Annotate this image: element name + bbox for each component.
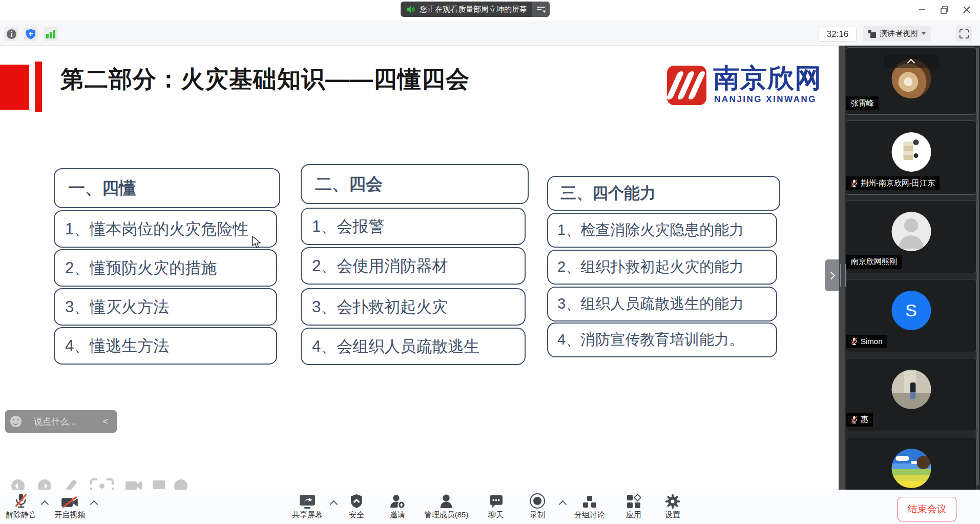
- col3-item: 2、组织扑救初起火灾的能力: [547, 250, 777, 285]
- share-screen-label: 共享屏幕: [292, 510, 323, 520]
- share-screen-icon: [299, 495, 316, 509]
- breakout-rooms-button[interactable]: 分组讨论: [570, 493, 609, 520]
- company-logo-cn: 南京欣网: [713, 61, 822, 96]
- meeting-timer: 32:16: [819, 27, 857, 42]
- col2-item-label: 4、会组织人员疏散逃生: [312, 336, 479, 357]
- video-icon: [126, 481, 137, 490]
- title-red-block: [0, 65, 29, 110]
- shared-screen-slide: 第二部分：火灾基础知识——四懂四会 南京欣网 NANJING XINWANG 一…: [0, 45, 839, 490]
- avatar: [891, 449, 931, 488]
- apps-button[interactable]: 应用: [618, 493, 649, 520]
- participant-tile[interactable]: 荆州-南京欣网-田江东: [846, 120, 976, 195]
- mouse-cursor: [252, 236, 261, 249]
- video-options-chevron[interactable]: [90, 500, 98, 509]
- invite-label: 邀请: [390, 510, 405, 520]
- col3-item-label: 2、组织扑救初起火灾的能力: [557, 257, 744, 277]
- settings-label: 设置: [665, 510, 680, 520]
- restore-button[interactable]: [936, 2, 952, 17]
- chat-input[interactable]: 说点什么...: [27, 416, 94, 428]
- view-mode-label: 演讲者视图: [880, 29, 918, 38]
- breakout-rooms-icon: [582, 495, 597, 509]
- slide-title: 第二部分：火灾基础知识——四懂四会: [60, 64, 470, 95]
- chat-collapse-button[interactable]: <: [94, 416, 117, 427]
- participant-tile[interactable]: 惠: [846, 358, 976, 431]
- col3-item-label: 3、组织人员疏散逃生的能力: [557, 294, 744, 314]
- view-mode-dropdown[interactable]: 演讲者视图: [863, 26, 931, 42]
- invite-person-icon: [390, 494, 406, 509]
- avatar: S: [891, 291, 931, 330]
- participant-tile[interactable]: S Simon: [846, 279, 976, 352]
- participant-name: 荆州-南京欣网-田江东: [846, 176, 940, 190]
- info-icon: [7, 29, 16, 39]
- meeting-security-button[interactable]: [24, 27, 38, 41]
- end-meeting-button[interactable]: 结束会议: [898, 497, 956, 521]
- col1-header: 一、四懂: [54, 168, 280, 208]
- avatar: [891, 370, 931, 409]
- col3-item-label: 4、消防宣传教育培训能力。: [557, 330, 744, 350]
- chat-bubble-icon: [489, 495, 504, 509]
- col2-item: 2、会使用消防器材: [301, 247, 526, 285]
- start-video-button[interactable]: 开启视频: [53, 493, 87, 520]
- col1-item: 4、懂逃生方法: [54, 327, 277, 365]
- manage-members-label: 管理成员(85): [424, 510, 469, 520]
- settings-gear-icon: [665, 494, 680, 509]
- col1-item-label: 2、懂预防火灾的措施: [65, 257, 217, 279]
- fullscreen-icon: [959, 29, 969, 39]
- network-quality-button[interactable]: [44, 27, 58, 41]
- name-label: Simon: [861, 337, 883, 346]
- company-logo-en: NANJING XINWANG: [714, 94, 817, 105]
- meeting-info-button[interactable]: [4, 27, 18, 41]
- mic-options-chevron[interactable]: [41, 500, 49, 509]
- col1-item-label: 4、懂逃生方法: [65, 335, 169, 357]
- col3-header: 三、四个能力: [547, 176, 780, 211]
- members-icon: [439, 494, 453, 509]
- settings-button[interactable]: 设置: [657, 493, 688, 520]
- share-options-chevron[interactable]: [330, 500, 338, 509]
- name-label: 南京欣网熊刚: [851, 257, 897, 267]
- sidebar-scrollbar[interactable]: [976, 47, 979, 486]
- col2-item: 1、会报警: [301, 208, 526, 245]
- chat-button[interactable]: 聊天: [481, 493, 511, 520]
- manage-members-button[interactable]: 管理成员(85): [421, 493, 472, 520]
- security-button[interactable]: 安全: [341, 493, 372, 520]
- participant-tile[interactable]: 张雷峰: [846, 47, 976, 115]
- participant-name: 惠: [846, 413, 873, 427]
- company-logo-mark: [667, 66, 706, 105]
- sidebar-drag-handle[interactable]: [840, 264, 846, 287]
- record-button[interactable]: 录制: [522, 493, 553, 520]
- col1-item: 2、懂预防火灾的措施: [54, 249, 277, 287]
- invite-button[interactable]: 邀请: [382, 493, 413, 520]
- security-shield-icon: [350, 494, 363, 509]
- col3-item: 1、检查消除火灾隐患的能力: [547, 213, 777, 248]
- col1-item: 1、懂本岗位的火灾危险性: [54, 210, 277, 248]
- participant-name: 南京欣网熊刚: [846, 255, 902, 269]
- chevron-right-icon: [827, 271, 836, 279]
- breakout-rooms-label: 分组讨论: [574, 510, 605, 520]
- start-video-label: 开启视频: [54, 510, 85, 520]
- unmute-label: 解除静音: [6, 510, 36, 520]
- banner-menu-button[interactable]: [532, 2, 550, 17]
- col2-item-label: 1、会报警: [312, 216, 384, 237]
- fullscreen-button[interactable]: [956, 26, 972, 42]
- close-button[interactable]: [959, 2, 974, 17]
- unmute-button[interactable]: 解除静音: [4, 493, 38, 520]
- emoji-icon[interactable]: [10, 416, 22, 427]
- security-label: 安全: [349, 510, 364, 520]
- avatar: [891, 212, 931, 251]
- participant-tile[interactable]: 南京欣网熊刚: [846, 200, 976, 273]
- collapse-tiles-button[interactable]: [884, 55, 939, 68]
- minimize-button[interactable]: [914, 2, 930, 17]
- share-screen-button[interactable]: 共享屏幕: [288, 493, 326, 520]
- sidebar-collapse-button[interactable]: [825, 259, 839, 291]
- signal-bars-icon: [46, 30, 55, 38]
- watching-banner-text: 您正在观看质量部周立坤的屏幕: [420, 5, 527, 14]
- col3-header-label: 三、四个能力: [560, 183, 656, 204]
- camera-muted-icon: [61, 496, 78, 509]
- watching-banner[interactable]: 您正在观看质量部周立坤的屏幕: [401, 2, 550, 17]
- col1-item: 3、懂灭火方法: [54, 288, 277, 326]
- name-label: 惠: [861, 415, 868, 425]
- record-label: 录制: [530, 510, 545, 520]
- record-options-chevron[interactable]: [559, 500, 567, 509]
- col3-item: 3、组织人员疏散逃生的能力: [547, 287, 777, 321]
- chat-quick-bar[interactable]: 说点什么... <: [5, 410, 117, 433]
